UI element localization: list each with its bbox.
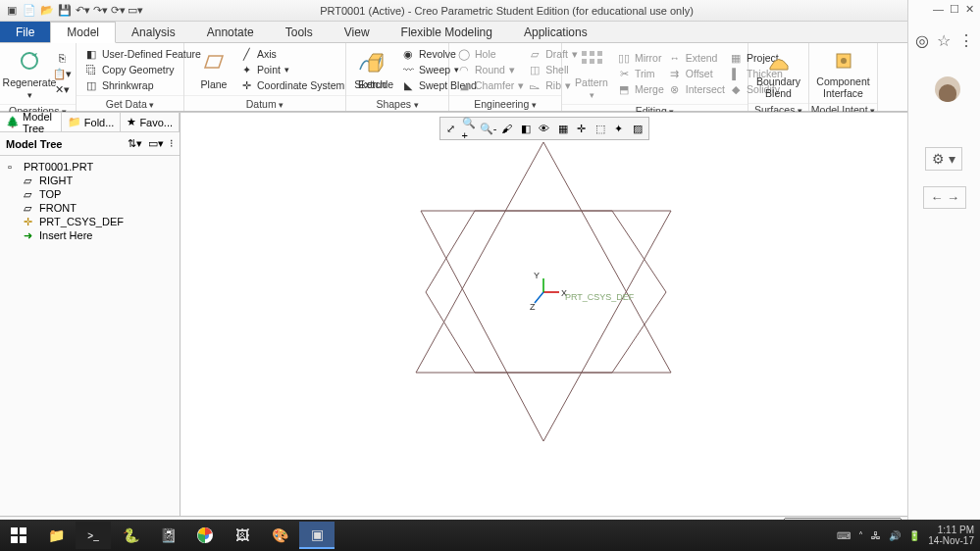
outer-maximize-icon[interactable]: ☐	[950, 3, 959, 16]
tab-tools[interactable]: Tools	[270, 22, 329, 42]
extension-icon[interactable]: ◎	[915, 31, 929, 50]
axis-button[interactable]: ╱Axis	[239, 47, 344, 61]
solidify-icon: ◆	[729, 82, 743, 96]
intersect-button[interactable]: ⊗Intersect	[668, 82, 725, 96]
ribbon-group-operations: Regenerate ▾ ⎘ 📋▾ ✕▾ Operations	[0, 43, 77, 111]
engineering-label[interactable]: Engineering	[474, 98, 537, 110]
point-button[interactable]: ✦Point ▾	[239, 63, 344, 76]
start-button[interactable]	[1, 522, 36, 549]
datum-label[interactable]: Datum	[246, 98, 284, 110]
svg-rect-12	[11, 527, 18, 534]
tree-csys[interactable]: ✛PRT_CSYS_DEF	[22, 215, 174, 228]
tree-root[interactable]: ▫PRT0001.PRT	[6, 160, 174, 174]
delete-icon: ✕▾	[55, 82, 69, 96]
ribbon: Regenerate ▾ ⎘ 📋▾ ✕▾ Operations ◧User-De…	[0, 43, 980, 112]
tab-annotate[interactable]: Annotate	[191, 22, 270, 42]
nav-tab-favorites[interactable]: ★Favo...	[121, 113, 180, 131]
plane-icon	[200, 49, 228, 76]
csys-button[interactable]: ✛Coordinate System	[239, 78, 344, 92]
regenerate-icon[interactable]: ⟳▾	[110, 3, 126, 19]
ribbon-group-shapes: Extrude ◉Revolve 〰Sweep ▾ ◣Swept Blend S…	[346, 43, 449, 111]
csys-icon: ✛	[239, 78, 253, 92]
left-panel: 🌲Model Tree 📁Fold... ★Favo... Model Tree…	[0, 113, 181, 518]
hole-button[interactable]: ◯Hole	[457, 47, 524, 61]
tree-show-icon[interactable]: ▭▾	[148, 137, 164, 150]
browser-chrome-strip: — ☐ ✕ ◎ ☆ ⋮ ⚙ ▾ ← →	[907, 0, 980, 551]
axis-icon: ╱	[239, 47, 253, 61]
undo-icon[interactable]: ↶▾	[75, 3, 90, 19]
user-avatar[interactable]	[935, 76, 960, 102]
ribbon-group-datum: Plane ╱Axis ✦Point ▾ ✛Coordinate System …	[184, 43, 346, 111]
keyboard-tray-icon[interactable]: ⌨	[837, 530, 851, 541]
tab-analysis[interactable]: Analysis	[116, 22, 191, 42]
app-icon: ▣	[4, 3, 20, 19]
boundary-blend-button[interactable]: Boundary Blend	[756, 45, 800, 101]
tree-header-label: Model Tree	[6, 138, 62, 150]
nav-tab-folder[interactable]: 📁Fold...	[62, 113, 122, 131]
tray-up-icon[interactable]: ˄	[858, 530, 863, 541]
extrude-button[interactable]: Extrude	[354, 47, 397, 92]
getdata-label[interactable]: Get Data	[106, 98, 155, 110]
windows-icon[interactable]: ▭▾	[128, 3, 143, 19]
python-taskbar[interactable]: 🐍	[113, 522, 148, 549]
chrome-taskbar[interactable]	[187, 522, 223, 549]
offset-button[interactable]: ⇉Offset	[668, 67, 725, 80]
ribbon-group-modelintent: Component Interface Model Intent	[809, 43, 878, 111]
notepad-taskbar[interactable]: 📓	[150, 522, 185, 549]
save-icon[interactable]: 💾	[57, 3, 73, 19]
svg-point-8	[841, 58, 847, 64]
graphics-canvas[interactable]: ⤢ 🔍+ 🔍- 🖌 ◧ 👁 ▦ ✛ ⬚ ✦ ▨	[181, 113, 907, 518]
file-explorer-taskbar[interactable]: 📁	[38, 522, 74, 549]
nav-back-forward[interactable]: ← →	[923, 186, 966, 209]
menu-icon[interactable]: ⋮	[958, 31, 974, 50]
tree-filter-icon[interactable]: ⇅▾	[128, 137, 142, 150]
delete-button[interactable]: ✕▾	[55, 82, 69, 96]
paste-button[interactable]: 📋▾	[55, 67, 69, 80]
photos-taskbar[interactable]: 🖼	[225, 522, 260, 549]
nav-tab-model-tree[interactable]: 🌲Model Tree	[0, 113, 62, 131]
trim-icon: ✂	[617, 67, 631, 80]
tab-view[interactable]: View	[329, 22, 386, 42]
battery-tray-icon[interactable]: 🔋	[908, 530, 920, 541]
sweptblend-icon: ◣	[401, 78, 415, 92]
terminal-taskbar[interactable]: >_	[76, 522, 111, 549]
settings-gear-icon[interactable]: ⚙ ▾	[925, 147, 962, 171]
mirror-button[interactable]: ▯▯Mirror	[617, 51, 664, 65]
paint-taskbar[interactable]: 🎨	[262, 522, 297, 549]
creo-taskbar[interactable]: ▣	[299, 522, 335, 549]
tree-settings-icon[interactable]: ⁝	[170, 137, 174, 150]
merge-button[interactable]: ⬒Merge	[617, 82, 664, 96]
svg-line-11	[535, 292, 543, 303]
outer-close-icon[interactable]: ✕	[965, 3, 974, 16]
plane-button[interactable]: Plane	[192, 47, 235, 92]
tree-front-plane[interactable]: ▱FRONT	[22, 201, 174, 215]
tab-file[interactable]: File	[0, 22, 50, 42]
bookmark-star-icon[interactable]: ☆	[937, 31, 951, 50]
insert-arrow-icon: ➜	[24, 229, 35, 241]
tab-applications[interactable]: Applications	[508, 22, 603, 42]
volume-tray-icon[interactable]: 🔊	[889, 530, 901, 541]
tree-right-plane[interactable]: ▱RIGHT	[22, 174, 174, 187]
tab-model[interactable]: Model	[50, 22, 116, 43]
tab-flexible-modeling[interactable]: Flexible Modeling	[386, 22, 508, 42]
open-icon[interactable]: 📂	[39, 3, 55, 19]
component-interface-button[interactable]: Component Interface	[817, 45, 869, 101]
round-button[interactable]: ◠Round ▾	[457, 63, 524, 76]
svg-rect-1	[582, 51, 587, 56]
copy-button[interactable]: ⎘	[55, 51, 69, 65]
redo-icon[interactable]: ↷▾	[92, 3, 108, 19]
extend-button[interactable]: ↔Extend	[668, 51, 725, 65]
network-tray-icon[interactable]: 🖧	[871, 530, 881, 541]
tree-insert-here[interactable]: ➜Insert Here	[22, 228, 174, 242]
ribbon-tabs: File Model Analysis Annotate Tools View …	[0, 22, 980, 43]
regenerate-button[interactable]: Regenerate ▾	[8, 45, 51, 102]
trim-button[interactable]: ✂Trim	[617, 67, 664, 80]
shapes-label[interactable]: Shapes	[376, 98, 418, 110]
new-icon[interactable]: 📄	[22, 3, 37, 19]
outer-minimize-icon[interactable]: —	[933, 3, 944, 16]
pattern-button[interactable]: Pattern ▾	[570, 45, 613, 102]
tree-top-plane[interactable]: ▱TOP	[22, 187, 174, 201]
quick-access-toolbar: ▣ 📄 📂 💾 ↶▾ ↷▾ ⟳▾ ▭▾	[0, 3, 147, 19]
chamfer-button[interactable]: ◢Chamfer ▾	[457, 78, 524, 92]
clock[interactable]: 1:11 PM 14-Nov-17	[928, 525, 974, 546]
